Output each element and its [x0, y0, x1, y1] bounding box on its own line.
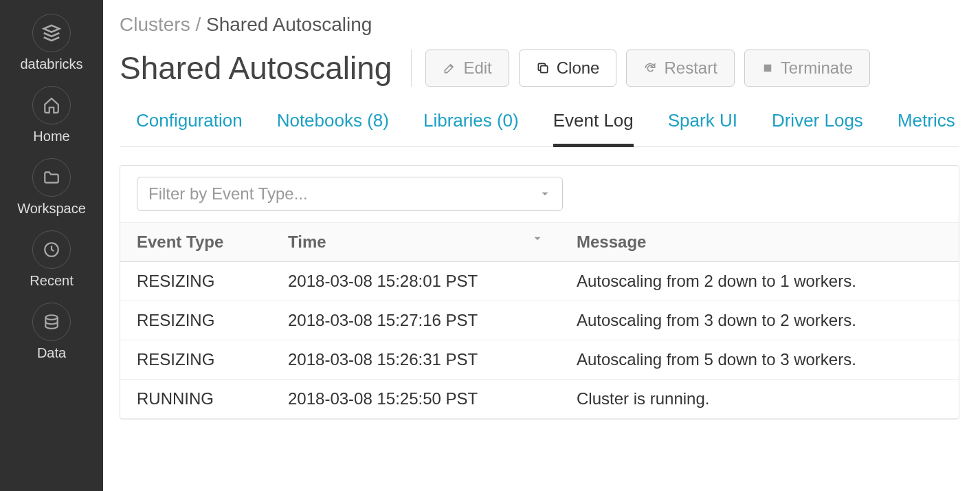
table-row[interactable]: RESIZING2018-03-08 15:28:01 PSTAutoscali…	[120, 262, 959, 301]
tab-spark-ui[interactable]: Spark UI	[668, 103, 737, 146]
sidebar-item-home[interactable]: Home	[32, 86, 71, 144]
tab-notebooks[interactable]: Notebooks (8)	[277, 103, 389, 146]
breadcrumb-parent[interactable]: Clusters	[120, 14, 190, 35]
restart-button[interactable]: Restart	[626, 50, 734, 87]
sidebar-item-recent[interactable]: Recent	[30, 230, 73, 289]
cell-event-type: RESIZING	[120, 262, 271, 301]
th-event-type[interactable]: Event Type	[120, 223, 271, 262]
cell-event-type: RUNNING	[120, 380, 271, 419]
title-row: Shared Autoscaling Edit Clone Restart Te…	[120, 50, 959, 87]
database-icon	[32, 303, 71, 341]
table-row[interactable]: RESIZING2018-03-08 15:27:16 PSTAutoscali…	[120, 301, 959, 340]
cell-message: Autoscaling from 2 down to 1 workers.	[560, 262, 959, 301]
clone-icon	[536, 61, 550, 75]
cell-message: Cluster is running.	[560, 380, 959, 419]
terminate-button[interactable]: Terminate	[744, 50, 870, 87]
th-time-label: Time	[288, 232, 326, 251]
sidebar-item-data[interactable]: Data	[32, 303, 71, 361]
page-title: Shared Autoscaling	[120, 50, 412, 87]
edit-icon	[443, 61, 456, 75]
event-table: Event Type Time Message RESIZING2018-03-…	[120, 223, 959, 419]
table-row[interactable]: RUNNING2018-03-08 15:25:50 PSTCluster is…	[120, 380, 959, 419]
main-content: Clusters / Shared Autoscaling Shared Aut…	[103, 0, 980, 491]
edit-button[interactable]: Edit	[425, 50, 509, 87]
sidebar-item-label: Home	[33, 129, 69, 144]
terminate-label: Terminate	[781, 58, 853, 78]
svg-rect-2	[540, 66, 547, 73]
tab-driver-logs[interactable]: Driver Logs	[772, 103, 863, 146]
clone-label: Clone	[557, 58, 600, 78]
tab-configuration[interactable]: Configuration	[136, 103, 243, 146]
filter-event-type-select[interactable]: Filter by Event Type...	[137, 177, 563, 211]
event-log-panel: Filter by Event Type... Event Type Time …	[120, 165, 959, 419]
sidebar: databricks Home Workspace Recent Data	[0, 0, 103, 491]
cell-time: 2018-03-08 15:28:01 PST	[271, 262, 560, 301]
tab-libraries[interactable]: Libraries (0)	[423, 103, 519, 146]
svg-point-1	[45, 315, 57, 320]
th-time[interactable]: Time	[271, 223, 560, 262]
sort-desc-icon	[531, 232, 544, 245]
sidebar-item-label: Recent	[30, 273, 73, 289]
breadcrumb-current: Shared Autoscaling	[206, 14, 372, 35]
restart-label: Restart	[664, 58, 717, 78]
filter-placeholder: Filter by Event Type...	[148, 184, 308, 204]
folder-icon	[32, 158, 71, 197]
cell-message: Autoscaling from 5 down to 3 workers.	[560, 340, 959, 380]
edit-label: Edit	[463, 58, 491, 78]
restart-icon	[643, 61, 657, 75]
sidebar-item-label: Workspace	[17, 201, 86, 217]
breadcrumb-sep: /	[195, 14, 201, 35]
databricks-logo-icon	[32, 14, 71, 52]
sidebar-item-workspace[interactable]: Workspace	[17, 158, 86, 217]
table-row[interactable]: RESIZING2018-03-08 15:26:31 PSTAutoscali…	[120, 340, 959, 380]
cell-time: 2018-03-08 15:27:16 PST	[271, 301, 560, 340]
cell-event-type: RESIZING	[120, 340, 271, 380]
tab-event-log[interactable]: Event Log	[553, 103, 634, 147]
stop-icon	[761, 62, 774, 74]
home-icon	[32, 86, 71, 124]
brand-label: databricks	[20, 56, 82, 72]
tabs: Configuration Notebooks (8) Libraries (0…	[120, 103, 959, 147]
sidebar-brand[interactable]: databricks	[20, 14, 82, 72]
clock-icon	[32, 230, 71, 269]
tab-metrics[interactable]: Metrics	[898, 103, 955, 146]
filter-row: Filter by Event Type...	[120, 166, 959, 223]
svg-rect-3	[764, 65, 772, 72]
cell-event-type: RESIZING	[120, 301, 271, 340]
clone-button[interactable]: Clone	[519, 50, 617, 87]
chevron-down-icon	[539, 188, 551, 200]
cell-time: 2018-03-08 15:25:50 PST	[271, 380, 560, 419]
sidebar-item-label: Data	[37, 345, 66, 361]
cell-time: 2018-03-08 15:26:31 PST	[271, 340, 560, 380]
th-message[interactable]: Message	[560, 223, 959, 262]
cell-message: Autoscaling from 3 down to 2 workers.	[560, 301, 959, 340]
breadcrumb: Clusters / Shared Autoscaling	[120, 14, 959, 36]
